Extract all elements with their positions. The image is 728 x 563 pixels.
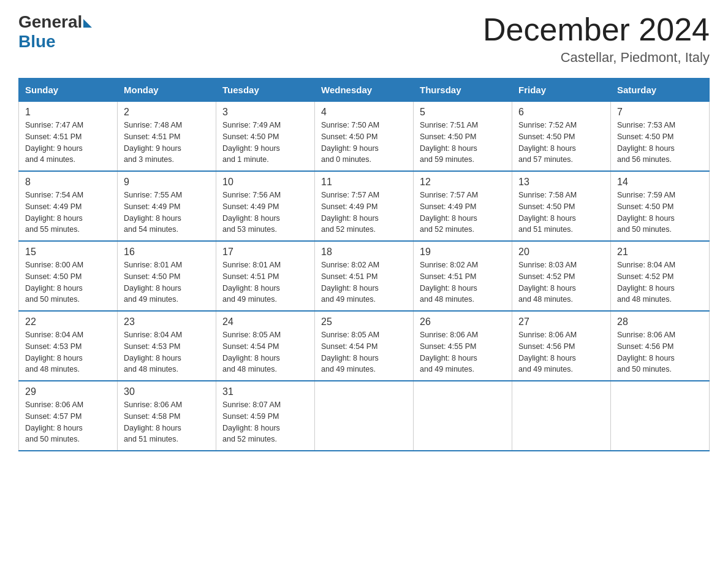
day-number: 22 bbox=[25, 316, 111, 327]
day-cell: 3Sunrise: 7:49 AM Sunset: 4:50 PM Daylig… bbox=[216, 102, 315, 172]
day-number: 6 bbox=[518, 107, 604, 118]
day-info: Sunrise: 8:02 AM Sunset: 4:51 PM Dayligh… bbox=[420, 259, 506, 305]
header-wednesday: Wednesday bbox=[315, 79, 414, 102]
day-info: Sunrise: 7:58 AM Sunset: 4:50 PM Dayligh… bbox=[518, 190, 604, 236]
day-number: 9 bbox=[124, 177, 210, 188]
day-number: 31 bbox=[222, 386, 308, 397]
day-info: Sunrise: 7:52 AM Sunset: 4:50 PM Dayligh… bbox=[518, 120, 604, 166]
day-cell bbox=[512, 381, 611, 451]
header-thursday: Thursday bbox=[414, 79, 512, 102]
day-info: Sunrise: 7:49 AM Sunset: 4:50 PM Dayligh… bbox=[222, 120, 308, 166]
day-number: 30 bbox=[124, 386, 210, 397]
day-cell bbox=[611, 381, 710, 451]
day-number: 1 bbox=[25, 107, 111, 118]
day-cell: 6Sunrise: 7:52 AM Sunset: 4:50 PM Daylig… bbox=[512, 102, 611, 172]
day-info: Sunrise: 8:01 AM Sunset: 4:50 PM Dayligh… bbox=[124, 259, 210, 305]
day-info: Sunrise: 8:07 AM Sunset: 4:59 PM Dayligh… bbox=[222, 399, 308, 445]
day-info: Sunrise: 8:06 AM Sunset: 4:55 PM Dayligh… bbox=[420, 329, 506, 375]
day-cell: 13Sunrise: 7:58 AM Sunset: 4:50 PM Dayli… bbox=[512, 171, 611, 241]
day-number: 21 bbox=[617, 247, 703, 258]
day-number: 19 bbox=[420, 247, 506, 258]
day-cell: 26Sunrise: 8:06 AM Sunset: 4:55 PM Dayli… bbox=[414, 311, 512, 381]
day-cell: 15Sunrise: 8:00 AM Sunset: 4:50 PM Dayli… bbox=[19, 241, 118, 311]
day-number: 16 bbox=[124, 247, 210, 258]
header-saturday: Saturday bbox=[611, 79, 710, 102]
day-cell: 16Sunrise: 8:01 AM Sunset: 4:50 PM Dayli… bbox=[118, 241, 216, 311]
day-cell: 22Sunrise: 8:04 AM Sunset: 4:53 PM Dayli… bbox=[19, 311, 118, 381]
day-number: 11 bbox=[321, 177, 407, 188]
day-cell: 29Sunrise: 8:06 AM Sunset: 4:57 PM Dayli… bbox=[19, 381, 118, 451]
day-info: Sunrise: 7:59 AM Sunset: 4:50 PM Dayligh… bbox=[617, 190, 703, 236]
day-number: 24 bbox=[222, 316, 308, 327]
day-number: 2 bbox=[124, 107, 210, 118]
day-cell: 8Sunrise: 7:54 AM Sunset: 4:49 PM Daylig… bbox=[19, 171, 118, 241]
day-cell bbox=[315, 381, 414, 451]
day-info: Sunrise: 8:05 AM Sunset: 4:54 PM Dayligh… bbox=[321, 329, 407, 375]
day-number: 15 bbox=[25, 247, 111, 258]
day-info: Sunrise: 8:06 AM Sunset: 4:56 PM Dayligh… bbox=[518, 329, 604, 375]
day-number: 7 bbox=[617, 107, 703, 118]
day-number: 12 bbox=[420, 177, 506, 188]
day-info: Sunrise: 7:56 AM Sunset: 4:49 PM Dayligh… bbox=[222, 190, 308, 236]
logo: General Blue bbox=[18, 12, 92, 52]
header-friday: Friday bbox=[512, 79, 611, 102]
day-number: 10 bbox=[222, 177, 308, 188]
day-cell: 23Sunrise: 8:04 AM Sunset: 4:53 PM Dayli… bbox=[118, 311, 216, 381]
day-info: Sunrise: 7:54 AM Sunset: 4:49 PM Dayligh… bbox=[25, 190, 111, 236]
calendar-body: 1Sunrise: 7:47 AM Sunset: 4:51 PM Daylig… bbox=[19, 102, 710, 451]
calendar-table: Sunday Monday Tuesday Wednesday Thursday… bbox=[18, 78, 710, 451]
week-row-4: 22Sunrise: 8:04 AM Sunset: 4:53 PM Dayli… bbox=[19, 311, 710, 381]
day-cell: 24Sunrise: 8:05 AM Sunset: 4:54 PM Dayli… bbox=[216, 311, 315, 381]
day-info: Sunrise: 7:57 AM Sunset: 4:49 PM Dayligh… bbox=[420, 190, 506, 236]
week-row-5: 29Sunrise: 8:06 AM Sunset: 4:57 PM Dayli… bbox=[19, 381, 710, 451]
day-cell: 11Sunrise: 7:57 AM Sunset: 4:49 PM Dayli… bbox=[315, 171, 414, 241]
day-number: 27 bbox=[518, 316, 604, 327]
week-row-1: 1Sunrise: 7:47 AM Sunset: 4:51 PM Daylig… bbox=[19, 102, 710, 172]
day-cell: 9Sunrise: 7:55 AM Sunset: 4:49 PM Daylig… bbox=[118, 171, 216, 241]
logo-general-text: General bbox=[18, 12, 82, 32]
day-number: 5 bbox=[420, 107, 506, 118]
header-row: Sunday Monday Tuesday Wednesday Thursday… bbox=[19, 79, 710, 102]
day-number: 13 bbox=[518, 177, 604, 188]
day-info: Sunrise: 8:01 AM Sunset: 4:51 PM Dayligh… bbox=[222, 259, 308, 305]
logo-arrow-icon bbox=[83, 19, 92, 28]
day-info: Sunrise: 7:57 AM Sunset: 4:49 PM Dayligh… bbox=[321, 190, 407, 236]
day-cell: 19Sunrise: 8:02 AM Sunset: 4:51 PM Dayli… bbox=[414, 241, 512, 311]
day-info: Sunrise: 8:06 AM Sunset: 4:56 PM Dayligh… bbox=[617, 329, 703, 375]
day-info: Sunrise: 8:03 AM Sunset: 4:52 PM Dayligh… bbox=[518, 259, 604, 305]
day-info: Sunrise: 8:05 AM Sunset: 4:54 PM Dayligh… bbox=[222, 329, 308, 375]
day-cell: 25Sunrise: 8:05 AM Sunset: 4:54 PM Dayli… bbox=[315, 311, 414, 381]
day-info: Sunrise: 7:55 AM Sunset: 4:49 PM Dayligh… bbox=[124, 190, 210, 236]
day-number: 14 bbox=[617, 177, 703, 188]
day-number: 3 bbox=[222, 107, 308, 118]
day-cell: 31Sunrise: 8:07 AM Sunset: 4:59 PM Dayli… bbox=[216, 381, 315, 451]
day-number: 18 bbox=[321, 247, 407, 258]
logo-general: General bbox=[18, 12, 92, 32]
header-sunday: Sunday bbox=[19, 79, 118, 102]
day-cell: 27Sunrise: 8:06 AM Sunset: 4:56 PM Dayli… bbox=[512, 311, 611, 381]
day-number: 17 bbox=[222, 247, 308, 258]
title-area: December 2024 Castellar, Piedmont, Italy bbox=[483, 12, 710, 66]
week-row-3: 15Sunrise: 8:00 AM Sunset: 4:50 PM Dayli… bbox=[19, 241, 710, 311]
day-cell: 5Sunrise: 7:51 AM Sunset: 4:50 PM Daylig… bbox=[414, 102, 512, 172]
day-number: 20 bbox=[518, 247, 604, 258]
day-cell: 20Sunrise: 8:03 AM Sunset: 4:52 PM Dayli… bbox=[512, 241, 611, 311]
location: Castellar, Piedmont, Italy bbox=[483, 50, 710, 66]
day-cell: 12Sunrise: 7:57 AM Sunset: 4:49 PM Dayli… bbox=[414, 171, 512, 241]
month-title: December 2024 bbox=[483, 12, 710, 47]
day-info: Sunrise: 7:50 AM Sunset: 4:50 PM Dayligh… bbox=[321, 120, 407, 166]
day-info: Sunrise: 8:04 AM Sunset: 4:53 PM Dayligh… bbox=[25, 329, 111, 375]
day-number: 25 bbox=[321, 316, 407, 327]
day-info: Sunrise: 8:04 AM Sunset: 4:53 PM Dayligh… bbox=[124, 329, 210, 375]
header-monday: Monday bbox=[118, 79, 216, 102]
logo-blue-text: Blue bbox=[18, 32, 56, 52]
day-info: Sunrise: 7:51 AM Sunset: 4:50 PM Dayligh… bbox=[420, 120, 506, 166]
day-info: Sunrise: 7:53 AM Sunset: 4:50 PM Dayligh… bbox=[617, 120, 703, 166]
page-header: General Blue December 2024 Castellar, Pi… bbox=[18, 12, 710, 66]
day-number: 4 bbox=[321, 107, 407, 118]
day-number: 29 bbox=[25, 386, 111, 397]
day-info: Sunrise: 8:00 AM Sunset: 4:50 PM Dayligh… bbox=[25, 259, 111, 305]
day-info: Sunrise: 7:47 AM Sunset: 4:51 PM Dayligh… bbox=[25, 120, 111, 166]
day-number: 26 bbox=[420, 316, 506, 327]
day-number: 23 bbox=[124, 316, 210, 327]
